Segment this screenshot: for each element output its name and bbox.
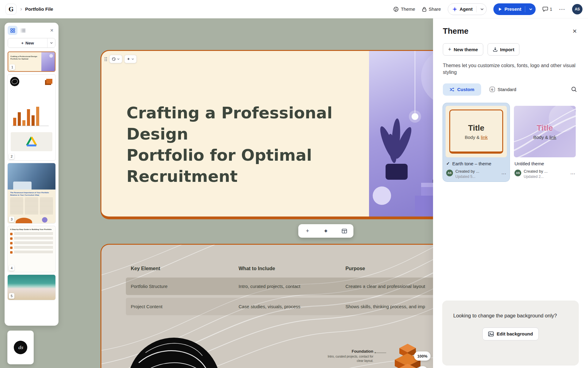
navigator-toolbar: ✕ — [8, 26, 55, 35]
new-slide-button[interactable]: + New — [8, 38, 47, 48]
slide-thumbnail-5[interactable]: 5 — [8, 275, 55, 300]
tab-standard[interactable]: G Standard — [485, 83, 521, 96]
theme-tabs: Custom G Standard — [443, 83, 578, 96]
creator-avatar: AS — [514, 170, 521, 176]
more-options-button[interactable]: ⋯ — [559, 6, 565, 13]
theme-preview: Title Body & link — [446, 106, 507, 157]
updated-text: Updated 5... — [455, 174, 479, 179]
block-controls: ✦ — [104, 55, 137, 63]
theme-card-menu-button[interactable]: ⋯ — [501, 171, 506, 177]
card-ai-button[interactable]: ✦ — [124, 55, 137, 63]
slide-number-badge: 1 — [9, 64, 15, 70]
thumbnail-text-columns — [8, 197, 55, 215]
table-row[interactable]: Project Content Case studies, visuals, p… — [126, 298, 447, 315]
top-bar: G › Portfolio File Theme Share Agent — [0, 0, 588, 18]
pyramid-labels: Foundation Intro, curated projects, cont… — [297, 349, 373, 368]
panel-description: Themes let you customize colors, fonts, … — [443, 62, 578, 76]
ai-insert-button[interactable]: ✦ — [317, 224, 335, 238]
view-toggle — [8, 26, 28, 35]
insert-toolbar: + ✦ — [298, 224, 353, 238]
thumbnail-artwork — [41, 52, 55, 71]
tab-custom[interactable]: Custom — [443, 83, 481, 96]
customize-icon — [450, 87, 454, 92]
layout-insert-button[interactable] — [335, 224, 353, 238]
plus-icon: + — [448, 46, 451, 53]
theme-name: Earth tone – theme — [452, 161, 492, 166]
user-avatar[interactable]: AS — [572, 4, 582, 14]
share-button[interactable]: Share — [422, 6, 441, 12]
plus-icon: + — [21, 41, 24, 45]
table-cell: Shows skills, thinking process, and imp — [341, 304, 447, 309]
chevron-down-icon — [131, 58, 134, 60]
comments-button[interactable]: 1 — [542, 6, 552, 12]
import-theme-button[interactable]: Import — [488, 43, 520, 56]
preview-title: Title — [468, 123, 484, 133]
table-header: Key Element — [126, 266, 234, 271]
slide-thumbnail-6[interactable]: ds — [7, 331, 34, 364]
theme-card-untitled[interactable]: Title Body & link Untitled theme AS Crea… — [514, 103, 576, 179]
gamma-mini-icon: G — [490, 87, 495, 92]
new-theme-button[interactable]: + New theme — [443, 43, 483, 56]
theme-name: Untitled theme — [514, 161, 544, 166]
drag-handle-icon[interactable] — [104, 57, 107, 62]
marble-sphere-decor — [126, 337, 221, 368]
table-cell: Portfolio Structure — [126, 284, 234, 289]
updated-text: Updated 2... — [524, 174, 548, 179]
palette-icon — [393, 6, 399, 12]
present-dropdown-chevron-icon[interactable] — [529, 7, 533, 11]
present-button[interactable]: Present — [493, 3, 536, 15]
play-icon — [498, 7, 502, 11]
thumbnail-cube-decor — [46, 79, 52, 84]
close-panel-button[interactable]: ✕ — [571, 27, 578, 36]
new-slide-dropdown-button[interactable] — [47, 38, 55, 48]
table-row[interactable]: Portfolio Structure Intro, curated proje… — [126, 278, 447, 295]
created-by-text: Created by ... — [524, 169, 548, 174]
slide-thumbnail-3[interactable]: The Paramount Importance of Your Portfol… — [8, 163, 55, 223]
theme-card-earth-tone[interactable]: Title Body & link ✓ Earth tone – theme A… — [443, 103, 510, 182]
thumbnail-heading-text: A Step-by-Step Guide to Building Your Po… — [8, 226, 55, 232]
diagram-description: Intro, curated projects, contact for cle… — [324, 355, 373, 363]
selected-check-icon: ✓ — [446, 161, 450, 166]
slide-1-card[interactable]: Crafting a Professional Design Portfolio… — [100, 50, 462, 219]
slide-2-card[interactable]: Key Element What to Include Purpose Port… — [100, 244, 462, 368]
zoom-level-badge[interactable]: 100% — [414, 351, 431, 361]
card-color-button[interactable] — [109, 55, 122, 63]
search-themes-button[interactable] — [570, 85, 578, 94]
thumbnail-photo — [8, 163, 55, 190]
divider — [476, 6, 477, 12]
table-header: Purpose — [341, 266, 447, 271]
chevron-down-icon — [117, 58, 120, 60]
comment-count: 1 — [550, 7, 552, 12]
agent-button[interactable]: Agent — [448, 3, 487, 15]
table-header: What to Include — [234, 266, 341, 271]
palette-icon — [112, 57, 116, 61]
slide-title[interactable]: Crafting a Professional Design Portfolio… — [126, 102, 341, 187]
google-drive-logo-icon — [25, 136, 38, 147]
divider — [525, 6, 525, 12]
edit-background-button[interactable]: Edit background — [482, 328, 539, 340]
diagram-label: Foundation — [297, 349, 373, 354]
thumbnail-blob-decor — [16, 218, 32, 223]
theme-preview: Title Body & link — [514, 106, 576, 157]
document-title: Portfolio File — [25, 6, 53, 12]
grid-view-button[interactable] — [8, 26, 17, 35]
thumbnail-logo: ds — [14, 341, 27, 354]
slide-thumbnails: Crafting a Professional Design Portfolio… — [8, 52, 55, 300]
slide-thumbnail-2[interactable]: 2 — [8, 75, 55, 160]
thumbnail-marble-decor — [10, 77, 19, 86]
close-navigator-button[interactable]: ✕ — [48, 27, 55, 34]
list-view-button[interactable] — [18, 26, 28, 35]
header-actions: Theme Share Agent Present — [393, 3, 582, 15]
theme-button[interactable]: Theme — [393, 6, 415, 12]
add-card-button[interactable]: + — [298, 224, 317, 238]
preview-title: Title — [537, 123, 553, 133]
gamma-logo[interactable]: G — [6, 4, 17, 15]
content-table[interactable]: Key Element What to Include Purpose Port… — [126, 263, 447, 315]
table-header-row: Key Element What to Include Purpose — [126, 263, 447, 275]
agent-dropdown-chevron-icon[interactable] — [480, 7, 484, 11]
theme-card-menu-button[interactable]: ⋯ — [570, 171, 575, 177]
slide-thumbnail-1[interactable]: Crafting a Professional Design Portfolio… — [8, 52, 55, 72]
slide-thumbnail-4[interactable]: A Step-by-Step Guide to Building Your Po… — [8, 226, 55, 272]
preview-link: link — [549, 135, 556, 140]
new-slide-split-button: + New — [8, 38, 55, 48]
